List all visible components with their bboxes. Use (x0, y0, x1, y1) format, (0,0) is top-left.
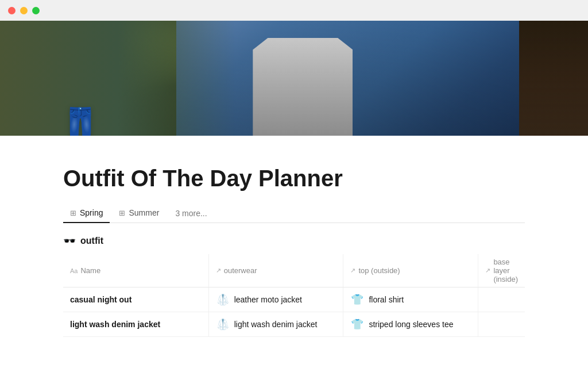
tab-summer-label: Summer (129, 208, 159, 217)
section-icon: 🕶️ (63, 235, 76, 247)
col-header-name: Aa Name (63, 254, 208, 288)
outfit-table: Aa Name ↗ outerwear ↗ top (outside) (63, 254, 525, 337)
base-col-icon: ↗ (485, 267, 490, 274)
hero-image: 👖 (0, 21, 588, 136)
titlebar (0, 0, 588, 21)
section-label: outfit (80, 236, 103, 246)
top-col-icon: ↗ (350, 267, 355, 274)
row1-base (478, 288, 525, 312)
row1-top-icon: 👕 (350, 293, 364, 306)
row1-outerwear-icon: 🥼 (216, 293, 230, 306)
row2-outerwear-icon: 🥼 (216, 318, 230, 331)
row2-name: light wash denim jacket (63, 312, 208, 337)
page-title: Outfit Of The Day Planner (63, 164, 525, 192)
tab-summer-icon: ⊞ (119, 209, 125, 217)
tab-spring-icon: ⊞ (70, 209, 76, 217)
outerwear-col-icon: ↗ (216, 267, 221, 274)
row2-outerwear-text: light wash denim jacket (234, 320, 318, 329)
close-button[interactable] (8, 7, 16, 14)
col-header-base: ↗ base layer (inside) (478, 254, 525, 288)
base-col-label: base layer (inside) (493, 258, 518, 283)
name-col-label: Name (80, 266, 100, 275)
tab-spring[interactable]: ⊞ Spring (63, 204, 110, 223)
more-tabs-link[interactable]: 3 more... (168, 204, 214, 223)
col-header-top: ↗ top (outside) (343, 254, 478, 288)
col-header-outerwear: ↗ outerwear (208, 254, 343, 288)
table-row[interactable]: casual night out 🥼 leather moto jacket 👕… (63, 288, 525, 312)
row1-top-text: floral shirt (369, 295, 404, 304)
name-col-icon: Aa (70, 267, 78, 274)
main-content: Outfit Of The Day Planner ⊞ Spring ⊞ Sum… (0, 136, 588, 348)
maximize-button[interactable] (32, 7, 40, 14)
row2-top-text: striped long sleeves tee (369, 320, 453, 329)
row2-outerwear: 🥼 light wash denim jacket (208, 312, 343, 337)
row2-base (478, 312, 525, 337)
table-header-row: Aa Name ↗ outerwear ↗ top (outside) (63, 254, 525, 288)
row2-top-icon: 👕 (350, 318, 364, 331)
tabs-bar: ⊞ Spring ⊞ Summer 3 more... (63, 204, 525, 223)
page-icon: 👖 (57, 101, 103, 136)
row1-outerwear: 🥼 leather moto jacket (208, 288, 343, 312)
outerwear-col-label: outerwear (224, 266, 257, 275)
row1-top: 👕 floral shirt (343, 288, 478, 312)
row1-name: casual night out (63, 288, 208, 312)
row1-outerwear-text: leather moto jacket (234, 295, 302, 304)
minimize-button[interactable] (20, 7, 28, 14)
section-header: 🕶️ outfit (63, 235, 525, 247)
row2-top: 👕 striped long sleeves tee (343, 312, 478, 337)
table-row[interactable]: light wash denim jacket 🥼 light wash den… (63, 312, 525, 337)
top-col-label: top (outside) (358, 266, 400, 275)
tab-spring-label: Spring (80, 208, 103, 217)
tab-summer[interactable]: ⊞ Summer (112, 204, 166, 223)
